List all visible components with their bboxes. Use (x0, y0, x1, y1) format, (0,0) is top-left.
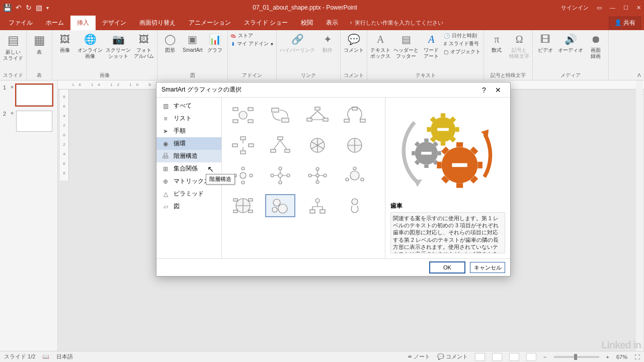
cancel-button[interactable]: キャンセル (470, 262, 505, 273)
new-slide-button[interactable]: ▤新しいスライド (3, 32, 23, 61)
smartart-button[interactable]: ▣SmartArt (183, 32, 202, 53)
layout-item-gear[interactable] (265, 194, 295, 217)
comment-button[interactable]: 💬コメント (344, 32, 364, 53)
comments-button[interactable]: 💬 コメント (437, 353, 468, 360)
dialog-help-icon[interactable]: ? (477, 86, 491, 94)
video-button[interactable]: 🎞ビデオ (536, 32, 555, 53)
collapse-ribbon-icon[interactable]: ᐱ (637, 72, 641, 78)
tooltip: 階層構造 (206, 174, 235, 185)
store-button[interactable]: 🛍 ストア (231, 32, 273, 39)
svg-rect-9 (323, 118, 328, 121)
tab-file[interactable]: ファイル (2, 16, 39, 30)
header-footer-button[interactable]: ▤ヘッダーとフッター (393, 32, 419, 59)
zoom-out-icon[interactable]: − (543, 354, 546, 360)
reading-view-icon[interactable] (509, 353, 519, 361)
layout-item[interactable] (302, 134, 333, 157)
table-button[interactable]: ▦表 (30, 32, 49, 55)
minimize-icon[interactable]: — (610, 5, 615, 11)
notes-button[interactable]: ≐ ノート (408, 353, 430, 360)
maximize-icon[interactable]: ☐ (623, 5, 628, 11)
slideshow-view-icon[interactable] (526, 353, 536, 361)
textbox-button[interactable]: Aテキストボックス (370, 32, 390, 59)
save-icon[interactable]: 💾 (3, 4, 12, 12)
my-addins-button[interactable]: ⬇ マイ アドイン ▾ (231, 40, 273, 47)
cat-picture[interactable]: ▱図 (156, 200, 221, 213)
photo-album-button[interactable]: 🖼フォトアルバム (134, 32, 154, 59)
fit-to-window-icon[interactable]: ⛶ (634, 354, 640, 360)
cat-process[interactable]: ➤手順 (156, 125, 221, 137)
picture-button[interactable]: 🖼画像 (55, 32, 74, 53)
tab-slideshow[interactable]: スライド ショー (237, 16, 294, 30)
tab-design[interactable]: デザイン (96, 16, 133, 30)
slide-number-button[interactable]: # スライド番号 (444, 40, 480, 47)
layout-item[interactable] (265, 164, 295, 187)
equation-button[interactable]: π数式 (487, 32, 506, 53)
zoom-in-icon[interactable]: + (606, 354, 609, 360)
svg-line-61 (452, 138, 455, 141)
thumbnail-1[interactable]: 1★ (3, 84, 54, 106)
layout-item[interactable] (302, 104, 333, 127)
audio-button[interactable]: 🔊オーディオ (558, 32, 583, 53)
datetime-button[interactable]: 🕒 日付と時刻 (444, 32, 480, 39)
hyperlink-button[interactable]: 🔗ハイパーリンク (280, 32, 315, 53)
layout-item[interactable] (228, 194, 258, 217)
symbol-button[interactable]: Ω記号と特殊文字 (509, 32, 529, 59)
zoom-level[interactable]: 67% (616, 354, 627, 360)
chart-button[interactable]: 📊グラフ (205, 32, 224, 53)
layout-item[interactable] (340, 134, 370, 157)
signin-link[interactable]: サインイン (561, 4, 589, 12)
object-button[interactable]: ▢ オブジェクト (444, 48, 480, 55)
cat-all[interactable]: ▥すべて (156, 100, 221, 112)
cat-pyramid[interactable]: △ピラミッド (156, 188, 221, 200)
start-from-beginning-icon[interactable]: ▧ (36, 4, 42, 12)
online-picture-button[interactable]: 🌐オンライン画像 (77, 32, 103, 59)
group-slides: スライド (3, 72, 23, 80)
cat-hierarchy[interactable]: 品階層構造 (156, 150, 221, 162)
spellcheck-icon[interactable]: 📖 (42, 353, 49, 360)
tab-animation[interactable]: アニメーション (182, 16, 237, 30)
cat-list[interactable]: ≡リスト (156, 112, 221, 125)
layout-item[interactable] (340, 104, 370, 127)
hyperlink-icon: 🔗 (290, 32, 304, 46)
sorter-view-icon[interactable] (492, 353, 502, 361)
layout-item[interactable] (265, 134, 295, 157)
cat-cycle[interactable]: ◉循環 (156, 137, 221, 150)
normal-view-icon[interactable] (475, 353, 485, 361)
vertical-scrollbar[interactable] (636, 80, 643, 351)
group-illustrations: 図 (160, 72, 224, 80)
undo-icon[interactable]: ↶ (16, 4, 22, 12)
layout-item[interactable] (302, 164, 333, 187)
wordart-button[interactable]: Aワードアート (422, 32, 441, 59)
preview-description[interactable]: 関連する案を示すのに使用します。第 1 レベルのテキストの初めの 3 項目がそれ… (390, 212, 505, 253)
equation-icon: π (490, 32, 504, 46)
tell-me[interactable]: ♀ 実行したい作業を入力してください (349, 19, 443, 27)
tab-view[interactable]: 表示 (319, 16, 345, 30)
thumbnail-2[interactable]: 2★ (3, 111, 54, 132)
ribbon-display-icon[interactable]: ▭ (597, 5, 602, 11)
zoom-slider[interactable] (554, 356, 599, 358)
layout-item[interactable] (228, 104, 258, 127)
shapes-button[interactable]: ◯図形 (160, 32, 180, 53)
dialog-close-icon[interactable]: ✕ (491, 86, 505, 94)
language-indicator[interactable]: 日本語 (56, 353, 73, 360)
layout-item[interactable] (340, 164, 370, 187)
tab-review[interactable]: 校閲 (294, 16, 319, 30)
svg-rect-14 (232, 144, 237, 147)
layout-item[interactable] (228, 134, 258, 157)
action-button[interactable]: ✦動作 (318, 32, 337, 53)
layout-item[interactable] (265, 104, 295, 127)
ok-button[interactable]: OK (430, 262, 465, 273)
screen-recording-button[interactable]: ⏺画面録画 (586, 32, 605, 59)
tab-transition[interactable]: 画面切り替え (133, 16, 182, 30)
group-symbols: 記号と特殊文字 (487, 72, 529, 80)
close-icon[interactable]: ✕ (636, 5, 641, 11)
svg-rect-8 (307, 118, 312, 121)
layout-item[interactable] (340, 194, 370, 217)
screenshot-button[interactable]: 📷スクリーンショット (106, 32, 131, 59)
cat-relationship[interactable]: ⊞集合関係 (156, 162, 221, 175)
layout-item[interactable] (302, 194, 333, 217)
tab-home[interactable]: ホーム (39, 16, 70, 30)
share-button[interactable]: 👤 共有 (609, 17, 641, 29)
redo-icon[interactable]: ↻ (26, 4, 32, 12)
tab-insert[interactable]: 挿入 (70, 16, 96, 30)
